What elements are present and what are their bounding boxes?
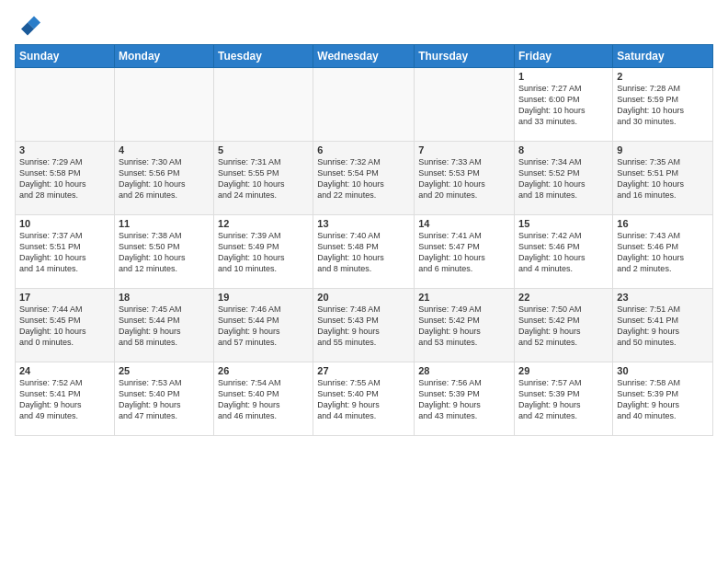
day-number: 14 bbox=[418, 218, 510, 229]
weekday-header-monday: Monday bbox=[114, 45, 213, 68]
calendar-cell: 2Sunrise: 7:28 AM Sunset: 5:59 PM Daylig… bbox=[613, 68, 713, 142]
day-number: 12 bbox=[218, 218, 309, 229]
calendar-cell: 24Sunrise: 7:52 AM Sunset: 5:41 PM Dayli… bbox=[16, 362, 115, 436]
calendar-cell: 15Sunrise: 7:42 AM Sunset: 5:46 PM Dayli… bbox=[515, 215, 613, 289]
calendar-cell: 10Sunrise: 7:37 AM Sunset: 5:51 PM Dayli… bbox=[16, 215, 115, 289]
calendar-cell: 13Sunrise: 7:40 AM Sunset: 5:48 PM Dayli… bbox=[313, 215, 415, 289]
week-row-5: 24Sunrise: 7:52 AM Sunset: 5:41 PM Dayli… bbox=[16, 362, 713, 436]
calendar-cell: 8Sunrise: 7:34 AM Sunset: 5:52 PM Daylig… bbox=[515, 142, 613, 215]
calendar-cell: 30Sunrise: 7:58 AM Sunset: 5:39 PM Dayli… bbox=[613, 362, 713, 436]
calendar-cell: 19Sunrise: 7:46 AM Sunset: 5:44 PM Dayli… bbox=[214, 289, 313, 362]
day-info: Sunrise: 7:56 AM Sunset: 5:39 PM Dayligh… bbox=[418, 377, 510, 422]
day-number: 10 bbox=[19, 218, 110, 229]
day-number: 2 bbox=[617, 71, 709, 82]
weekday-header-row: SundayMondayTuesdayWednesdayThursdayFrid… bbox=[16, 45, 713, 68]
day-number: 27 bbox=[317, 365, 410, 376]
day-number: 21 bbox=[418, 292, 510, 303]
day-info: Sunrise: 7:48 AM Sunset: 5:43 PM Dayligh… bbox=[317, 304, 410, 349]
day-info: Sunrise: 7:53 AM Sunset: 5:40 PM Dayligh… bbox=[119, 377, 210, 422]
day-info: Sunrise: 7:39 AM Sunset: 5:49 PM Dayligh… bbox=[218, 230, 309, 275]
weekday-header-tuesday: Tuesday bbox=[214, 45, 313, 68]
calendar-cell: 1Sunrise: 7:27 AM Sunset: 6:00 PM Daylig… bbox=[515, 68, 613, 142]
day-number: 18 bbox=[119, 292, 210, 303]
calendar-cell: 16Sunrise: 7:43 AM Sunset: 5:46 PM Dayli… bbox=[613, 215, 713, 289]
day-info: Sunrise: 7:51 AM Sunset: 5:41 PM Dayligh… bbox=[617, 304, 709, 349]
day-info: Sunrise: 7:40 AM Sunset: 5:48 PM Dayligh… bbox=[317, 230, 410, 275]
calendar-cell: 29Sunrise: 7:57 AM Sunset: 5:39 PM Dayli… bbox=[515, 362, 613, 436]
day-info: Sunrise: 7:54 AM Sunset: 5:40 PM Dayligh… bbox=[218, 377, 309, 422]
logo bbox=[15, 11, 42, 37]
calendar-cell: 3Sunrise: 7:29 AM Sunset: 5:58 PM Daylig… bbox=[16, 142, 115, 215]
day-number: 29 bbox=[518, 365, 609, 376]
calendar-cell: 21Sunrise: 7:49 AM Sunset: 5:42 PM Dayli… bbox=[415, 289, 515, 362]
header bbox=[15, 11, 713, 37]
day-info: Sunrise: 7:41 AM Sunset: 5:47 PM Dayligh… bbox=[418, 230, 510, 275]
calendar-cell: 14Sunrise: 7:41 AM Sunset: 5:47 PM Dayli… bbox=[415, 215, 515, 289]
calendar-cell bbox=[214, 68, 313, 142]
calendar-cell: 17Sunrise: 7:44 AM Sunset: 5:45 PM Dayli… bbox=[16, 289, 115, 362]
day-info: Sunrise: 7:50 AM Sunset: 5:42 PM Dayligh… bbox=[518, 304, 609, 349]
day-info: Sunrise: 7:58 AM Sunset: 5:39 PM Dayligh… bbox=[617, 377, 709, 422]
calendar-cell: 27Sunrise: 7:55 AM Sunset: 5:40 PM Dayli… bbox=[313, 362, 415, 436]
day-number: 9 bbox=[617, 144, 709, 155]
day-number: 11 bbox=[119, 218, 210, 229]
day-info: Sunrise: 7:29 AM Sunset: 5:58 PM Dayligh… bbox=[19, 156, 110, 201]
day-info: Sunrise: 7:49 AM Sunset: 5:42 PM Dayligh… bbox=[418, 304, 510, 349]
day-info: Sunrise: 7:37 AM Sunset: 5:51 PM Dayligh… bbox=[19, 230, 110, 275]
day-info: Sunrise: 7:27 AM Sunset: 6:00 PM Dayligh… bbox=[518, 83, 609, 128]
day-info: Sunrise: 7:32 AM Sunset: 5:54 PM Dayligh… bbox=[317, 156, 410, 201]
day-info: Sunrise: 7:52 AM Sunset: 5:41 PM Dayligh… bbox=[19, 377, 110, 422]
day-info: Sunrise: 7:57 AM Sunset: 5:39 PM Dayligh… bbox=[518, 377, 609, 422]
calendar-cell: 4Sunrise: 7:30 AM Sunset: 5:56 PM Daylig… bbox=[114, 142, 213, 215]
day-number: 23 bbox=[617, 292, 709, 303]
calendar-cell: 25Sunrise: 7:53 AM Sunset: 5:40 PM Dayli… bbox=[114, 362, 213, 436]
day-number: 1 bbox=[518, 71, 609, 82]
logo-icon bbox=[15, 11, 40, 37]
day-number: 25 bbox=[119, 365, 210, 376]
calendar-cell bbox=[313, 68, 415, 142]
calendar-cell bbox=[114, 68, 213, 142]
weekday-header-thursday: Thursday bbox=[415, 45, 515, 68]
calendar-cell: 7Sunrise: 7:33 AM Sunset: 5:53 PM Daylig… bbox=[415, 142, 515, 215]
calendar-cell: 18Sunrise: 7:45 AM Sunset: 5:44 PM Dayli… bbox=[114, 289, 213, 362]
day-number: 20 bbox=[317, 292, 410, 303]
week-row-3: 10Sunrise: 7:37 AM Sunset: 5:51 PM Dayli… bbox=[16, 215, 713, 289]
calendar-cell: 6Sunrise: 7:32 AM Sunset: 5:54 PM Daylig… bbox=[313, 142, 415, 215]
day-number: 4 bbox=[119, 144, 210, 155]
calendar-cell: 9Sunrise: 7:35 AM Sunset: 5:51 PM Daylig… bbox=[613, 142, 713, 215]
week-row-1: 1Sunrise: 7:27 AM Sunset: 6:00 PM Daylig… bbox=[16, 68, 713, 142]
day-number: 6 bbox=[317, 144, 410, 155]
calendar-cell: 20Sunrise: 7:48 AM Sunset: 5:43 PM Dayli… bbox=[313, 289, 415, 362]
calendar-cell bbox=[16, 68, 115, 142]
day-number: 13 bbox=[317, 218, 410, 229]
day-info: Sunrise: 7:45 AM Sunset: 5:44 PM Dayligh… bbox=[119, 304, 210, 349]
day-number: 7 bbox=[418, 144, 510, 155]
day-number: 22 bbox=[518, 292, 609, 303]
weekday-header-wednesday: Wednesday bbox=[313, 45, 415, 68]
day-number: 3 bbox=[19, 144, 110, 155]
day-number: 17 bbox=[19, 292, 110, 303]
day-number: 5 bbox=[218, 144, 309, 155]
day-number: 8 bbox=[518, 144, 609, 155]
day-info: Sunrise: 7:31 AM Sunset: 5:55 PM Dayligh… bbox=[218, 156, 309, 201]
calendar-cell: 11Sunrise: 7:38 AM Sunset: 5:50 PM Dayli… bbox=[114, 215, 213, 289]
day-number: 28 bbox=[418, 365, 510, 376]
day-info: Sunrise: 7:42 AM Sunset: 5:46 PM Dayligh… bbox=[518, 230, 609, 275]
day-number: 15 bbox=[518, 218, 609, 229]
week-row-2: 3Sunrise: 7:29 AM Sunset: 5:58 PM Daylig… bbox=[16, 142, 713, 215]
day-info: Sunrise: 7:33 AM Sunset: 5:53 PM Dayligh… bbox=[418, 156, 510, 201]
day-info: Sunrise: 7:46 AM Sunset: 5:44 PM Dayligh… bbox=[218, 304, 309, 349]
week-row-4: 17Sunrise: 7:44 AM Sunset: 5:45 PM Dayli… bbox=[16, 289, 713, 362]
day-number: 30 bbox=[617, 365, 709, 376]
day-info: Sunrise: 7:44 AM Sunset: 5:45 PM Dayligh… bbox=[19, 304, 110, 349]
day-info: Sunrise: 7:38 AM Sunset: 5:50 PM Dayligh… bbox=[119, 230, 210, 275]
calendar-cell: 12Sunrise: 7:39 AM Sunset: 5:49 PM Dayli… bbox=[214, 215, 313, 289]
day-number: 26 bbox=[218, 365, 309, 376]
day-info: Sunrise: 7:28 AM Sunset: 5:59 PM Dayligh… bbox=[617, 83, 709, 128]
day-info: Sunrise: 7:34 AM Sunset: 5:52 PM Dayligh… bbox=[518, 156, 609, 201]
day-info: Sunrise: 7:43 AM Sunset: 5:46 PM Dayligh… bbox=[617, 230, 709, 275]
calendar-cell: 28Sunrise: 7:56 AM Sunset: 5:39 PM Dayli… bbox=[415, 362, 515, 436]
day-number: 16 bbox=[617, 218, 709, 229]
day-number: 19 bbox=[218, 292, 309, 303]
calendar-cell: 22Sunrise: 7:50 AM Sunset: 5:42 PM Dayli… bbox=[515, 289, 613, 362]
